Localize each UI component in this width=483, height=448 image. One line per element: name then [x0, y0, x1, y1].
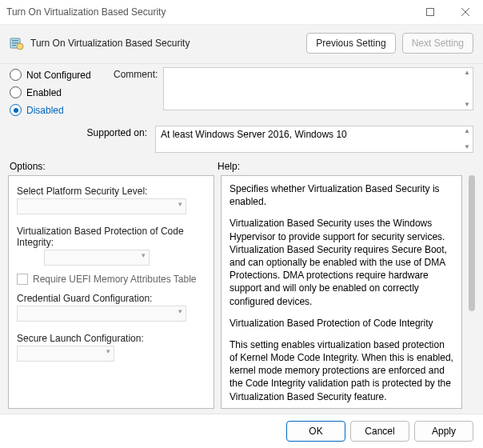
- options-panel: Select Platform Security Level: ▾ Virtua…: [8, 175, 214, 409]
- supported-on-value: At least Windows Server 2016, Windows 10: [161, 129, 347, 140]
- secure-launch-label: Secure Launch Configuration:: [17, 333, 206, 344]
- setting-title: Turn On Virtualization Based Security: [30, 38, 300, 49]
- comment-scroll-icon: ▲▼: [461, 68, 473, 110]
- platform-security-level-dropdown[interactable]: ▾: [17, 198, 186, 214]
- svg-point-7: [17, 43, 23, 50]
- radio-not-configured-label: Not Configured: [26, 70, 91, 81]
- vbpci-label: Virtualization Based Protection of Code …: [17, 226, 206, 248]
- help-text: This setting enables virtualization base…: [230, 338, 453, 403]
- help-text: Specifies whether Virtualization Based S…: [230, 182, 453, 208]
- chevron-down-icon: ▾: [142, 251, 146, 259]
- comment-label: Comment:: [114, 67, 160, 116]
- chevron-down-icon: ▾: [178, 307, 182, 315]
- uefi-memory-checkbox[interactable]: Require UEFI Memory Attributes Table: [17, 274, 206, 285]
- state-radio-group: Not Configured Enabled Disabled: [10, 67, 106, 116]
- chevron-down-icon: ▾: [178, 200, 182, 208]
- help-text: Virtualization Based Security uses the W…: [230, 217, 453, 307]
- options-section-label: Options:: [10, 161, 218, 172]
- svg-rect-4: [12, 40, 18, 42]
- next-setting-button[interactable]: Next Setting: [402, 33, 473, 54]
- help-scrollbar-thumb[interactable]: [469, 175, 475, 311]
- radio-enabled-label: Enabled: [26, 87, 62, 98]
- help-section-label: Help:: [218, 161, 473, 172]
- svg-rect-0: [427, 9, 434, 16]
- help-scrollbar-track[interactable]: [469, 175, 475, 409]
- svg-rect-5: [12, 42, 18, 44]
- window-title: Turn On Virtualization Based Security: [6, 6, 166, 18]
- titlebar: Turn On Virtualization Based Security: [0, 0, 483, 25]
- help-text: Virtualization Based Protection of Code …: [230, 317, 453, 330]
- chevron-down-icon: ▾: [106, 347, 110, 355]
- apply-button[interactable]: Apply: [414, 421, 473, 442]
- ok-button[interactable]: OK: [286, 421, 345, 442]
- maximize-button[interactable]: [413, 1, 448, 23]
- radio-disabled[interactable]: Disabled: [10, 104, 106, 116]
- platform-security-level-label: Select Platform Security Level:: [17, 186, 206, 197]
- secure-launch-dropdown[interactable]: ▾: [17, 346, 114, 362]
- supported-scroll-icon: ▲▼: [461, 126, 473, 152]
- supported-on-label: Supported on:: [10, 126, 152, 153]
- policy-icon: [10, 36, 24, 50]
- header: Turn On Virtualization Based Security Pr…: [0, 25, 483, 64]
- radio-enabled[interactable]: Enabled: [10, 86, 106, 98]
- close-button[interactable]: [448, 1, 483, 23]
- cancel-button[interactable]: Cancel: [350, 421, 409, 442]
- radio-not-configured[interactable]: Not Configured: [10, 69, 106, 81]
- comment-textarea[interactable]: ▲▼: [163, 67, 473, 110]
- uefi-memory-checkbox-label: Require UEFI Memory Attributes Table: [33, 274, 197, 285]
- credential-guard-label: Credential Guard Configuration:: [17, 293, 206, 304]
- vbpci-dropdown[interactable]: ▾: [44, 250, 150, 266]
- help-panel: Specifies whether Virtualization Based S…: [221, 175, 462, 409]
- dialog-footer: OK Cancel Apply: [0, 414, 483, 448]
- supported-on-value-box: At least Windows Server 2016, Windows 10…: [155, 126, 473, 153]
- credential-guard-dropdown[interactable]: ▾: [17, 306, 186, 322]
- svg-rect-6: [12, 45, 16, 46]
- radio-disabled-label: Disabled: [26, 105, 64, 116]
- previous-setting-button[interactable]: Previous Setting: [306, 33, 395, 54]
